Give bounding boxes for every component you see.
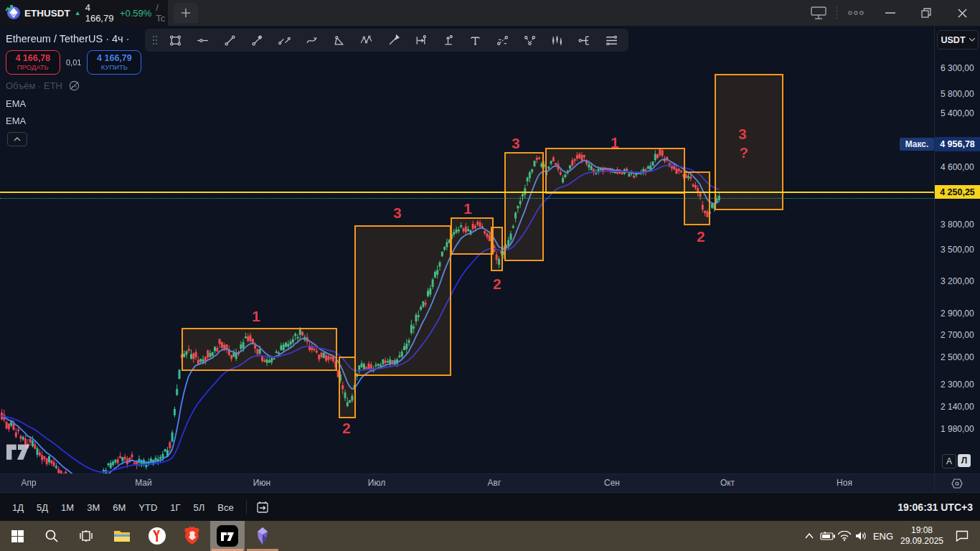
trade-buttons: 4 166,78 ПРОДАТЬ 0,01 4 166,79 КУПИТЬ bbox=[6, 50, 141, 75]
disjoint-line-tool-icon[interactable] bbox=[272, 30, 297, 50]
last-price-line bbox=[0, 198, 934, 199]
tray-expand-button[interactable] bbox=[798, 521, 820, 551]
time-axis-month: Апр bbox=[7, 478, 50, 488]
drawing-toolbar bbox=[145, 29, 628, 52]
file-explorer-button[interactable] bbox=[105, 521, 139, 551]
session-clock[interactable]: 19:06:31 UTC+3 bbox=[897, 501, 973, 513]
horizontal-ray-tool-icon[interactable] bbox=[190, 30, 215, 50]
language-indicator[interactable]: ENG bbox=[871, 521, 895, 551]
eth-coin-icon bbox=[7, 6, 20, 19]
wave-box[interactable] bbox=[715, 74, 783, 210]
wave-box[interactable] bbox=[491, 227, 503, 271]
text-tool-icon[interactable] bbox=[463, 30, 488, 50]
time-axis-month: Май bbox=[122, 478, 165, 488]
range-button-6М[interactable]: 6М bbox=[106, 499, 132, 516]
toolbar-drag-handle-icon[interactable] bbox=[149, 30, 161, 50]
battery-status-icon[interactable] bbox=[819, 521, 837, 551]
taskbar-search-button[interactable] bbox=[34, 521, 69, 551]
sell-price: 4 166,78 bbox=[16, 54, 51, 64]
parallel-lines-tool-icon[interactable] bbox=[599, 30, 624, 50]
rectangle-tool-icon[interactable] bbox=[163, 30, 188, 50]
wave-box[interactable] bbox=[339, 357, 356, 418]
time-axis[interactable]: АпрМайИюнИюлАвгСенОктНоя bbox=[0, 474, 980, 493]
range-button-3М[interactable]: 3М bbox=[80, 499, 106, 516]
tray-time: 19:08 bbox=[911, 525, 933, 536]
start-button[interactable] bbox=[0, 521, 34, 551]
ema1-indicator-row[interactable]: EMA bbox=[6, 98, 26, 109]
price-axis-label: 5 800,00 bbox=[941, 89, 974, 99]
wave-box[interactable] bbox=[545, 148, 685, 194]
tradingview-app-button[interactable] bbox=[210, 521, 245, 551]
chevron-down-icon bbox=[969, 38, 975, 42]
buy-button[interactable]: 4 166,79 КУПИТЬ bbox=[87, 50, 141, 75]
more-options-button[interactable] bbox=[839, 0, 872, 26]
price-axis-label: 2 500,00 bbox=[941, 352, 974, 362]
ema2-label: EMA bbox=[6, 116, 26, 126]
title-bar: ETHUSDT ▲ 4 166,79 +0.59% / Tc bbox=[0, 0, 980, 26]
chevron-up-icon bbox=[805, 533, 814, 539]
yandex-browser-button[interactable] bbox=[140, 521, 174, 551]
search-icon bbox=[44, 529, 59, 543]
crystal-app-button[interactable] bbox=[245, 521, 280, 551]
date-range-tool-icon[interactable] bbox=[408, 30, 433, 50]
wave-box[interactable] bbox=[354, 225, 451, 376]
sell-button[interactable]: 4 166,78 ПРОДАТЬ bbox=[6, 50, 60, 75]
wave-number-label: 3 bbox=[512, 135, 520, 152]
log-scale-button[interactable]: Л bbox=[958, 454, 971, 467]
bars-pattern-tool-icon[interactable] bbox=[545, 30, 570, 50]
screen-share-button[interactable] bbox=[802, 0, 835, 26]
axis-corner-separator bbox=[934, 474, 935, 493]
wave-box[interactable] bbox=[504, 152, 544, 261]
range-button-1Д[interactable]: 1Д bbox=[6, 499, 30, 516]
go-to-date-button[interactable] bbox=[255, 500, 270, 514]
collapse-legend-button[interactable] bbox=[7, 132, 27, 146]
triangle-tool-icon[interactable] bbox=[326, 30, 352, 50]
arrowed-line-tool-icon[interactable] bbox=[245, 30, 270, 50]
calendar-arrow-icon bbox=[255, 500, 270, 514]
time-axis-month: Июн bbox=[240, 478, 283, 488]
range-button-Все[interactable]: Все bbox=[211, 499, 240, 516]
max-price-value: 4 956,78 bbox=[935, 137, 980, 151]
price-axis[interactable]: 6 300,005 800,005 400,004 600,003 800,00… bbox=[934, 26, 980, 474]
restore-button[interactable] bbox=[910, 0, 943, 26]
brush-tool-icon[interactable] bbox=[299, 30, 324, 50]
new-tab-button[interactable] bbox=[174, 3, 198, 23]
auto-scale-button[interactable]: А bbox=[942, 454, 956, 468]
order-tool-icon[interactable] bbox=[572, 30, 597, 50]
axis-settings-icon[interactable] bbox=[951, 477, 963, 490]
arrow-marker-tool-icon[interactable] bbox=[381, 30, 406, 50]
task-view-button[interactable] bbox=[69, 521, 103, 551]
wave-box[interactable] bbox=[451, 217, 494, 255]
wifi-status-icon[interactable] bbox=[836, 521, 853, 551]
volume-indicator-row[interactable]: Объём · ETH bbox=[6, 80, 80, 91]
volume-icon[interactable] bbox=[852, 521, 871, 551]
tray-clock[interactable]: 19:08 29.09.2025 bbox=[897, 521, 947, 551]
ema2-indicator-row[interactable]: EMA bbox=[6, 116, 26, 126]
projection-tool-icon[interactable] bbox=[517, 30, 542, 50]
trend-line-tool-icon[interactable] bbox=[217, 30, 242, 50]
symbol-title[interactable]: Ethereum / TetherUS · 4ч · bbox=[6, 33, 130, 44]
brave-browser-button[interactable] bbox=[175, 521, 209, 551]
xabcd-pattern-tool-icon[interactable] bbox=[354, 30, 379, 50]
range-toolbar: 1Д5Д1М3М6МYTD1Г5ЛВсе 19:06:31 UTC+3 bbox=[0, 492, 980, 522]
tab-rest: / Tc bbox=[156, 2, 168, 24]
range-button-YTD[interactable]: YTD bbox=[132, 499, 164, 516]
currency-toggle-button[interactable]: USDT bbox=[937, 30, 979, 50]
price-axis-label: 1 980,00 bbox=[941, 424, 974, 434]
symbol-tab[interactable]: ETHUSDT ▲ 4 166,79 +0.59% / Tc bbox=[0, 0, 168, 26]
wave-box[interactable] bbox=[182, 328, 337, 371]
range-button-5Л[interactable]: 5Л bbox=[187, 499, 212, 516]
time-axis-month: Сен bbox=[590, 478, 633, 488]
action-center-button[interactable] bbox=[950, 521, 974, 551]
close-button[interactable] bbox=[946, 0, 979, 26]
horizontal-line-drawing[interactable] bbox=[0, 192, 934, 193]
price-range-tool-icon[interactable] bbox=[435, 30, 461, 50]
eye-off-icon[interactable] bbox=[68, 80, 80, 91]
forecast-tool-icon[interactable] bbox=[490, 30, 515, 50]
range-button-5Д[interactable]: 5Д bbox=[30, 499, 55, 516]
range-button-1Г[interactable]: 1Г bbox=[164, 499, 187, 516]
range-button-1М[interactable]: 1М bbox=[55, 499, 80, 516]
minimize-button[interactable] bbox=[874, 0, 907, 26]
time-axis-month: Окт bbox=[706, 478, 749, 488]
price-axis-label: 2 700,00 bbox=[941, 330, 974, 340]
